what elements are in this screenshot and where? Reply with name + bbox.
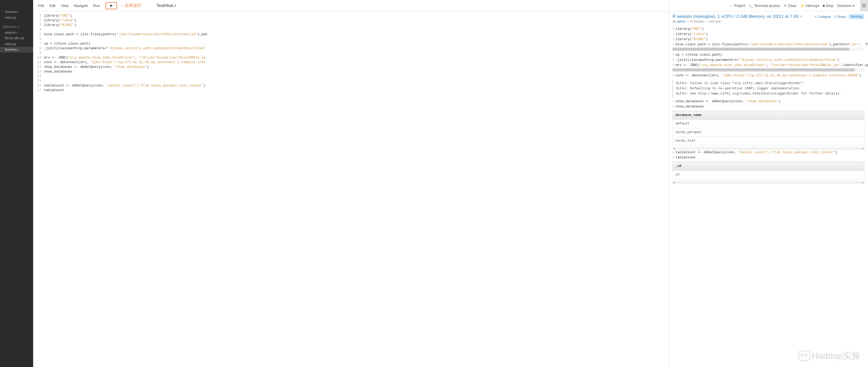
console-input-line: >library("rJava") — [673, 32, 864, 37]
table-row: tpcds_parquet — [673, 128, 864, 137]
code-line[interactable] — [44, 27, 669, 32]
console-input-line: >conn <- dbConnect(drv, "jdbc:hive2://ip… — [673, 73, 864, 78]
svg-rect-5 — [864, 5, 864, 6]
sidebar-file[interactable]: TestHive.r — [0, 47, 33, 53]
menu-run[interactable]: Run — [91, 2, 102, 9]
svg-rect-4 — [862, 5, 863, 6]
code-line[interactable]: hive.class.path = list.files(path=c("/op… — [44, 32, 669, 37]
run-annotation: → 点击运行 — [120, 3, 142, 8]
console-input-line: >library("DBI") — [673, 26, 864, 32]
session-meta: By admin — R Session — just now — [673, 20, 864, 23]
console-input-line: >show_databases <- dbGetQuery(conn, "sho… — [673, 99, 864, 104]
grid-icon — [862, 4, 866, 7]
sidebar-file[interactable]: setup.py — [0, 15, 33, 21]
console-output-block: SLF4J: Failed to load class "org.slf4j.i… — [673, 80, 864, 97]
apps-grid-button[interactable] — [860, 0, 868, 11]
menu-file[interactable]: File — [36, 2, 47, 9]
code-line[interactable] — [44, 79, 669, 84]
table-row: 24 — [673, 171, 864, 179]
console-input-line: >tableCount <- dbGetQuery(conn, "select … — [673, 150, 864, 155]
interrupt-button[interactable]: ⚡ Interrupt — [800, 4, 819, 8]
horizontal-scrollbar[interactable] — [673, 47, 864, 51]
table-row: default — [673, 120, 864, 128]
user-link[interactable]: admin — [677, 20, 685, 23]
menu-edit[interactable]: Edit — [47, 2, 58, 9]
menu-navigate[interactable]: Navigate — [71, 2, 91, 9]
share-button[interactable]: ⇪ Share — [834, 15, 846, 19]
share-icon: ⇪ — [834, 15, 836, 19]
console-input-line: >library("RJDBC") — [673, 37, 864, 42]
status-badge: Running — [848, 14, 864, 19]
table-header: _c0 — [673, 162, 864, 171]
table-scrollbar[interactable] — [673, 181, 864, 184]
horizontal-scrollbar[interactable] — [673, 68, 864, 71]
lightning-icon: ⚡ — [800, 4, 805, 8]
arrow-left-icon: ← — [729, 4, 733, 8]
session-actions: ⤡ Collapse ⇪ Share Running — [814, 14, 864, 19]
table-row: tpcds_text — [673, 137, 864, 145]
play-icon — [110, 4, 113, 7]
svg-rect-7 — [862, 6, 863, 7]
code-line[interactable] — [44, 51, 669, 55]
file-tree-sidebar: TestHive.rsetup.py RjdbcTest ⟳ analysis.… — [0, 0, 33, 367]
code-line[interactable] — [44, 37, 669, 41]
console-input-line: >cp = c(hive.class.path) — [673, 52, 864, 58]
sidebar-file[interactable]: READ ME.md — [0, 35, 33, 41]
svg-marker-0 — [110, 4, 113, 7]
code-line[interactable]: tableCount — [44, 88, 669, 93]
code-line[interactable]: drv <- JDBC("org.apache.hive.jdbc.HiveDr… — [44, 55, 669, 60]
console-output: >library("DBI")>library("rJava")>library… — [673, 26, 864, 184]
project-folder-header[interactable]: RjdbcTest ⟳ — [0, 24, 33, 30]
run-button[interactable] — [106, 2, 117, 9]
project-folder-label: RjdbcTest — [3, 25, 16, 29]
session-toolbar: ← Project >_ Terminal access ✎ Clear ⚡ I… — [669, 0, 868, 11]
console-input-line: >hive.class.path = list.files(path=c("/o… — [673, 42, 864, 47]
svg-rect-8 — [864, 6, 864, 7]
chevron-down-icon: ▾ — [853, 4, 855, 8]
code-line[interactable]: library("DBI") — [44, 13, 669, 18]
code-line[interactable]: cp = c(hive.class.path) — [44, 41, 669, 46]
sidebar-file[interactable]: TestHive.r — [0, 9, 33, 15]
collapse-icon: ⤡ — [814, 15, 817, 19]
code-line[interactable]: conn <- dbConnect(drv, "jdbc:hive2://ip-… — [44, 60, 669, 65]
collapse-button[interactable]: ⤡ Collapse — [814, 15, 831, 19]
code-line[interactable]: show_databases — [44, 69, 669, 74]
console-input-line: >.jinit(classpath=cp,parameters="-Djavax… — [673, 58, 864, 63]
svg-rect-1 — [862, 4, 863, 5]
code-line[interactable]: library("RJDBC") — [44, 23, 669, 27]
current-filename: TestHive.r — [156, 3, 176, 8]
code-line[interactable]: tableCount <- dbGetQuery(conn, "select c… — [44, 84, 669, 88]
result-table: _c024 — [673, 162, 864, 179]
project-button[interactable]: ← Project — [729, 4, 745, 8]
svg-rect-3 — [865, 4, 866, 5]
code-line[interactable]: library("rJava") — [44, 18, 669, 23]
terminal-access-button[interactable]: >_ Terminal access — [749, 4, 780, 8]
sidebar-file[interactable]: setup.py — [0, 41, 33, 47]
menu-view[interactable]: View — [58, 2, 71, 9]
console-input-line: >drv <- JDBC("org.apache.hive.jdbc.HiveD… — [673, 63, 864, 68]
sessions-dropdown[interactable]: Sessions ▾ — [837, 4, 855, 8]
clear-button[interactable]: ✎ Clear — [783, 4, 796, 8]
arrow-right-icon: → — [120, 3, 124, 8]
sidebar-file[interactable]: analysis.r — [0, 30, 33, 35]
table-scrollbar[interactable] — [673, 147, 864, 150]
svg-rect-9 — [865, 6, 866, 7]
code-content[interactable]: library("DBI")library("rJava")library("R… — [44, 13, 669, 367]
session-panel: ← Project >_ Terminal access ✎ Clear ⚡ I… — [669, 0, 868, 367]
console-input-line: >show_databases — [673, 104, 864, 109]
code-line[interactable] — [44, 74, 669, 79]
table-header: database_name — [673, 111, 864, 120]
refresh-icon: ⟳ — [17, 25, 20, 29]
console-input-line: >tableCount — [673, 155, 864, 160]
stop-button[interactable]: ■ Stop — [823, 4, 833, 8]
brush-icon: ✎ — [783, 4, 787, 8]
edit-icon[interactable]: ✎ — [800, 15, 803, 19]
code-line[interactable]: .jinit(classpath=cp,parameters="-Djavax.… — [44, 46, 669, 51]
editor-toolbar: FileEditViewNavigateRun → 点击运行 TestHive.… — [33, 0, 669, 11]
terminal-icon: >_ — [749, 4, 753, 8]
stop-icon: ■ — [823, 4, 825, 8]
svg-rect-6 — [865, 5, 866, 6]
code-line[interactable]: show_databases <- dbGetQuery(conn, "show… — [44, 65, 669, 69]
svg-rect-2 — [864, 4, 864, 5]
code-editor[interactable]: 1234567891011121314151617 library("DBI")… — [33, 11, 669, 367]
